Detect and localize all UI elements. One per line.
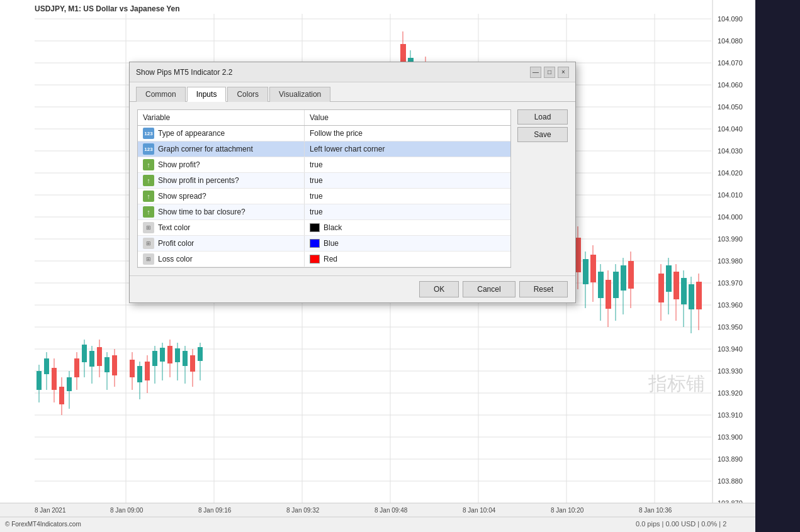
- value-text: Black: [324, 223, 342, 232]
- svg-text:104.090: 104.090: [718, 15, 743, 23]
- svg-text:103.900: 103.900: [718, 433, 743, 441]
- maximize-button[interactable]: □: [544, 67, 555, 78]
- svg-rect-68: [190, 355, 195, 372]
- svg-rect-96: [590, 255, 596, 282]
- value-text: true: [310, 192, 323, 201]
- variable-label: Show profit?: [158, 160, 200, 169]
- svg-rect-36: [59, 387, 64, 404]
- table-row[interactable]: ⊞ Text color Black: [138, 220, 510, 236]
- cancel-button[interactable]: Cancel: [463, 281, 515, 297]
- col-header-variable: Variable: [138, 110, 305, 125]
- table-row[interactable]: ↑ Show profit? true: [138, 157, 510, 173]
- variable-col: ⊞ Profit color: [138, 236, 305, 251]
- svg-rect-112: [673, 272, 679, 299]
- svg-rect-92: [575, 238, 581, 272]
- icon-grid: ⊞: [143, 253, 154, 265]
- svg-text:104.050: 104.050: [718, 103, 743, 111]
- color-swatch-red[interactable]: [310, 255, 320, 263]
- variable-col: 123 Graph corner for attachment: [138, 141, 305, 157]
- svg-rect-54: [137, 366, 142, 382]
- icon-grid: ⊞: [143, 222, 154, 233]
- icon-arrow: ↑: [143, 175, 154, 186]
- value-text: true: [310, 160, 323, 169]
- dialog-body: Variable Value 123 Type of appearance Fo…: [130, 102, 575, 275]
- col-header-value: Value: [305, 110, 510, 125]
- svg-text:104.020: 104.020: [718, 169, 743, 177]
- close-button[interactable]: ×: [558, 67, 569, 78]
- svg-rect-58: [152, 351, 157, 366]
- value-col: true: [305, 158, 510, 171]
- svg-text:8 Jan 10:20: 8 Jan 10:20: [551, 507, 584, 514]
- value-text: true: [310, 208, 323, 216]
- svg-text:103.980: 103.980: [718, 257, 743, 265]
- svg-rect-106: [628, 261, 634, 289]
- variable-label: Graph corner for attachment: [158, 145, 253, 153]
- svg-rect-34: [52, 368, 57, 390]
- color-swatch-blue[interactable]: [310, 239, 320, 248]
- svg-text:103.930: 103.930: [718, 367, 743, 375]
- titlebar-controls: — □ ×: [530, 67, 569, 78]
- variable-col: ⊞ Text color: [138, 220, 305, 235]
- svg-text:104.030: 104.030: [718, 147, 743, 155]
- svg-text:104.080: 104.080: [718, 37, 743, 45]
- svg-rect-100: [606, 280, 611, 309]
- table-row[interactable]: ⊞ Profit color Blue: [138, 236, 510, 252]
- tab-colors[interactable]: Colors: [227, 87, 268, 102]
- table-row[interactable]: ↑ Show time to bar closure? true: [138, 204, 510, 220]
- color-swatch-black[interactable]: [310, 223, 320, 232]
- save-button[interactable]: Save: [517, 127, 568, 142]
- variable-col: ⊞ Loss color: [138, 252, 305, 267]
- svg-rect-56: [145, 362, 150, 380]
- table-row[interactable]: 123 Graph corner for attachment Left low…: [138, 141, 510, 157]
- svg-rect-66: [183, 351, 188, 366]
- variable-col: ↑ Show profit in percents?: [138, 173, 305, 188]
- svg-rect-116: [689, 284, 694, 309]
- svg-rect-104: [621, 265, 626, 291]
- svg-text:8 Jan 09:00: 8 Jan 09:00: [110, 507, 144, 514]
- value-text: Left lower chart corner: [310, 145, 385, 153]
- tab-inputs[interactable]: Inputs: [187, 87, 227, 102]
- svg-text:8 Jan 10:04: 8 Jan 10:04: [463, 507, 496, 514]
- reset-button[interactable]: Reset: [519, 281, 568, 297]
- svg-rect-64: [175, 348, 180, 362]
- icon-grid: ⊞: [143, 238, 154, 249]
- svg-text:103.880: 103.880: [718, 477, 743, 485]
- table-row[interactable]: ↑ Show spread? true: [138, 189, 510, 204]
- variable-col: ↑ Show spread?: [138, 189, 305, 204]
- variable-label: Type of appearance: [158, 129, 225, 138]
- svg-rect-30: [37, 371, 42, 390]
- value-text: Follow the price: [310, 129, 363, 138]
- svg-rect-94: [583, 259, 589, 284]
- variable-label: Show time to bar closure?: [158, 208, 245, 216]
- svg-text:USDJPY, M1:  US Dollar vs Japa: USDJPY, M1: US Dollar vs Japanese Yen: [35, 4, 180, 13]
- svg-text:8 Jan 10:36: 8 Jan 10:36: [639, 507, 672, 514]
- svg-text:8 Jan 09:32: 8 Jan 09:32: [286, 507, 320, 514]
- dialog-title: Show Pips MT5 Indicator 2.2: [136, 68, 232, 77]
- minimize-button[interactable]: —: [530, 67, 541, 78]
- svg-rect-110: [666, 265, 672, 292]
- value-text: true: [310, 176, 323, 185]
- svg-text:0.0 pips | 0.00 USD | 0.0% | 2: 0.0 pips | 0.00 USD | 0.0% | 2: [636, 520, 726, 528]
- value-col: Blue: [305, 237, 510, 250]
- table-row[interactable]: 123 Type of appearance Follow the price: [138, 126, 510, 141]
- variables-table: Variable Value 123 Type of appearance Fo…: [137, 109, 511, 268]
- svg-rect-50: [112, 355, 117, 375]
- dialog-footer: OK Cancel Reset: [130, 275, 575, 302]
- svg-rect-38: [67, 377, 72, 391]
- svg-text:103.990: 103.990: [718, 235, 743, 243]
- ok-button[interactable]: OK: [419, 281, 459, 297]
- svg-rect-32: [44, 358, 49, 374]
- svg-text:103.950: 103.950: [718, 323, 743, 331]
- svg-rect-46: [97, 347, 102, 366]
- table-row[interactable]: ↑ Show profit in percents? true: [138, 173, 510, 189]
- svg-text:104.040: 104.040: [718, 125, 743, 133]
- table-row[interactable]: ⊞ Loss color Red: [138, 252, 510, 267]
- tab-common[interactable]: Common: [136, 87, 186, 102]
- svg-text:103.940: 103.940: [718, 345, 743, 353]
- svg-text:8 Jan 2021: 8 Jan 2021: [35, 507, 66, 514]
- tab-visualization[interactable]: Visualization: [269, 87, 330, 102]
- side-buttons: Load Save: [517, 109, 568, 268]
- svg-text:103.970: 103.970: [718, 279, 743, 287]
- load-button[interactable]: Load: [517, 109, 568, 125]
- svg-rect-70: [198, 347, 203, 361]
